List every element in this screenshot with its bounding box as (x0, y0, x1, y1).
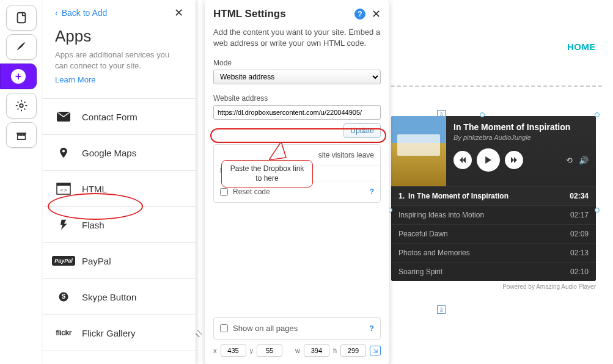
app-item-skype[interactable]: S Skype Button (43, 279, 196, 315)
app-label: Google Maps (82, 148, 136, 158)
code-icon: < > (55, 182, 72, 195)
reset-checkbox[interactable] (220, 188, 228, 196)
flickr-icon: flickr (55, 326, 72, 340)
envelope-icon (55, 110, 72, 123)
album-art (391, 116, 446, 186)
x-input[interactable] (221, 344, 246, 357)
chevron-left-icon: ‹ (55, 8, 58, 18)
app-item-html[interactable]: < > HTML (43, 171, 196, 207)
widget-selection[interactable]: ⇩ ⇩ In The Moment of Inspiration By pink… (391, 116, 596, 290)
y-label: y (250, 347, 254, 354)
y-input[interactable] (257, 344, 282, 357)
w-label: w (295, 347, 300, 354)
back-label: Back to Add (62, 8, 108, 18)
close-settings-button[interactable]: ✕ (372, 7, 381, 21)
mode-select[interactable]: Website address (213, 70, 381, 84)
app-item-contact-form[interactable]: Contact Form (43, 99, 196, 135)
settings-title: HTML Settings (213, 8, 286, 20)
svg-rect-6 (57, 183, 70, 186)
flash-icon (55, 218, 72, 231)
coords-row: x y w h ⇲ (213, 344, 381, 357)
page-icon (15, 11, 28, 24)
app-item-google-maps[interactable]: Google Maps (43, 135, 196, 171)
annotation-tooltip: Paste the Dropbox link to here (221, 160, 313, 187)
nav-home[interactable]: HOME (567, 42, 596, 52)
settings-header: HTML Settings ? ✕ (213, 7, 381, 21)
gear-icon (15, 99, 28, 112)
toolbar-page-button[interactable] (6, 5, 37, 31)
store-icon (15, 128, 28, 142)
paypal-icon: PayPal (55, 254, 72, 268)
resize-icon[interactable]: ⇲ (370, 346, 381, 355)
svg-point-4 (62, 150, 65, 153)
x-label: x (213, 347, 217, 354)
skype-icon: S (55, 290, 72, 304)
toolbar-add-button[interactable]: + (0, 64, 37, 89)
apps-list: Contact Form Google Maps < > HTML Flash … (43, 98, 196, 351)
app-label: Flash (82, 220, 105, 230)
svg-text:S: S (62, 294, 66, 300)
apps-title: Apps (55, 27, 183, 46)
resize-handle-e[interactable] (595, 208, 600, 213)
reset-label: Reset code (233, 187, 270, 196)
show-all-checkbox[interactable] (220, 324, 228, 332)
app-item-flash[interactable]: Flash (43, 207, 196, 243)
svg-rect-0 (18, 13, 26, 23)
app-item-paypal[interactable]: PayPal PayPal (43, 243, 196, 279)
app-label: PayPal (82, 256, 111, 266)
help-icon[interactable]: ? (369, 324, 374, 333)
svg-rect-2 (18, 136, 26, 139)
address-input[interactable] (213, 105, 381, 120)
annotation-tail (269, 142, 293, 161)
help-button[interactable]: ? (354, 9, 365, 20)
show-on-all-pages[interactable]: Show on all pages ? (213, 317, 381, 340)
apps-panel: ‹ Back to Add ✕ Apps Apps are additional… (43, 0, 196, 364)
apps-description: Apps are additional services you can con… (55, 49, 183, 71)
app-label: Flickr Gallery (82, 328, 136, 338)
learn-more-link[interactable]: Learn More (55, 75, 95, 84)
app-label: HTML (82, 184, 107, 194)
resize-handle-n[interactable] (480, 112, 485, 117)
resize-handle-ne[interactable] (595, 112, 600, 117)
toolbar-settings-button[interactable] (6, 93, 37, 118)
left-toolbar: + (0, 0, 43, 148)
plus-icon: + (11, 69, 26, 84)
h-input[interactable] (340, 344, 366, 357)
app-item-flickr[interactable]: flickr Flickr Gallery (43, 315, 196, 351)
powered-by: Powered by Amazing Audio Player (391, 283, 596, 290)
drag-handle-bottom[interactable]: ⇩ (437, 305, 446, 314)
help-icon[interactable]: ? (370, 187, 374, 196)
show-all-label: Show on all pages (233, 324, 298, 333)
app-label: Skype Button (82, 292, 136, 302)
address-label: Website address (213, 94, 381, 103)
close-apps-button[interactable]: ✕ (174, 6, 183, 20)
svg-text:< >: < > (60, 187, 67, 193)
option-keep-text: site visitors leave (220, 151, 374, 159)
mode-label: Mode (213, 59, 381, 67)
w-input[interactable] (304, 344, 329, 357)
settings-description: Add the content you want to your site. E… (213, 27, 381, 49)
h-label: h (333, 347, 337, 354)
back-link[interactable]: ‹ Back to Add (55, 8, 107, 18)
brush-icon (15, 40, 28, 54)
toolbar-design-button[interactable] (6, 34, 37, 60)
apps-header: ‹ Back to Add ✕ (43, 0, 196, 24)
pin-icon (55, 146, 72, 159)
apps-title-block: Apps Apps are additional services you ca… (43, 24, 196, 92)
svg-point-1 (20, 104, 23, 107)
update-button[interactable]: Update (343, 123, 381, 138)
toolbar-store-button[interactable] (6, 122, 37, 148)
app-label: Contact Form (82, 112, 138, 122)
